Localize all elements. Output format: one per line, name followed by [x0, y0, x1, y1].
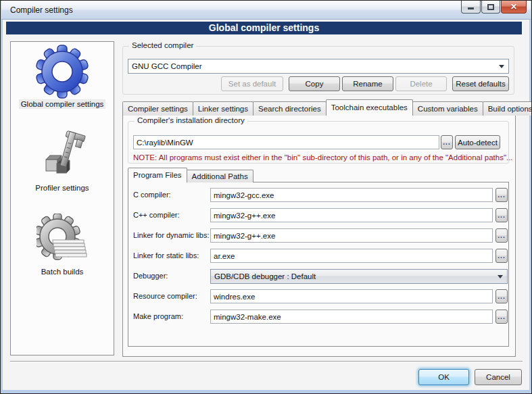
maximize-button[interactable]: [481, 1, 500, 14]
compiler-select[interactable]: GNU GCC Compiler: [128, 59, 509, 74]
dynamic-linker-input[interactable]: [210, 228, 493, 243]
minimize-button[interactable]: [461, 1, 481, 14]
resource-compiler-input[interactable]: [210, 289, 493, 303]
cpp-compiler-browse-button[interactable]: ...: [495, 208, 508, 222]
compiler-select-value: GNU GCC Compiler: [132, 62, 202, 70]
settings-tabbar: Compiler settings Linker settings Search…: [122, 99, 532, 116]
c-compiler-label: C compiler:: [133, 191, 171, 199]
make-program-browse-button[interactable]: ...: [495, 310, 508, 324]
sidebar-item-batch-builds[interactable]: [11, 214, 114, 265]
debugger-select-value: GDB/CDB debugger : Default: [214, 272, 316, 280]
compiler-settings-dialog: Compiler settings ✕ Global compiler sett…: [0, 0, 532, 394]
cpp-compiler-input[interactable]: [210, 208, 493, 222]
sidebar-item-profiler[interactable]: [11, 128, 114, 180]
c-compiler-input[interactable]: [210, 188, 493, 202]
minimize-icon: [468, 7, 474, 9]
subtab-additional-paths[interactable]: Additional Paths: [187, 170, 253, 182]
window-controls: ✕: [460, 1, 527, 14]
cpp-compiler-label: C++ compiler:: [133, 211, 179, 219]
sidebar-label-profiler[interactable]: Profiler settings: [11, 184, 114, 192]
cancel-button[interactable]: Cancel: [475, 369, 522, 385]
footer-divider: [10, 361, 523, 362]
tab-build-options[interactable]: Build options: [483, 101, 532, 116]
dynamic-linker-label: Linker for dynamic libs:: [133, 231, 210, 239]
compiler-actions: Set as default Copy Rename Delete Reset …: [122, 76, 509, 91]
gear-gray-papers-icon: [37, 214, 88, 265]
static-linker-browse-button[interactable]: ...: [495, 249, 508, 263]
tab-custom-variables[interactable]: Custom variables: [412, 101, 483, 116]
ok-button[interactable]: OK: [418, 369, 469, 385]
c-compiler-browse-button[interactable]: ...: [495, 188, 508, 202]
auto-detect-button[interactable]: Auto-detect: [455, 135, 500, 149]
set-as-default-button[interactable]: Set as default: [221, 76, 283, 91]
install-dir-note: NOTE: All programs must exist either in …: [133, 153, 513, 162]
tab-compiler-settings[interactable]: Compiler settings: [122, 101, 193, 116]
install-dir-group-label: Compiler's installation directory: [135, 116, 247, 124]
sidebar-item-global-compiler[interactable]: [11, 45, 114, 99]
static-linker-label: Linker for static libs:: [133, 251, 199, 260]
paths-subtabbar: Program Files Additional Paths: [128, 168, 253, 182]
title-bar[interactable]: Compiler settings ✕: [1, 1, 531, 20]
install-dir-input[interactable]: [133, 135, 439, 149]
resource-compiler-label: Resource compiler:: [133, 292, 197, 300]
chevron-down-icon: [499, 65, 504, 68]
rename-button[interactable]: Rename: [342, 76, 393, 91]
resource-compiler-browse-button[interactable]: ...: [495, 289, 508, 303]
sidebar-label-global-compiler[interactable]: Global compiler settings: [11, 100, 114, 108]
sidebar-label-batch-builds[interactable]: Batch builds: [11, 268, 114, 276]
tab-search-directories[interactable]: Search directories: [253, 101, 327, 116]
debugger-select[interactable]: GDB/CDB debugger : Default: [210, 269, 508, 284]
caliper-cubes-icon: [37, 128, 88, 180]
close-button[interactable]: ✕: [501, 1, 527, 14]
tab-linker-settings[interactable]: Linker settings: [193, 101, 253, 116]
make-program-label: Make program:: [133, 312, 183, 320]
window-title: Compiler settings: [10, 5, 73, 15]
reset-defaults-button[interactable]: Reset defaults: [452, 76, 509, 91]
settings-category-list: Global compiler settings: [10, 41, 114, 355]
selected-compiler-group-label: Selected compiler: [129, 41, 196, 49]
static-linker-input[interactable]: [210, 249, 493, 263]
gear-blue-icon: [35, 45, 89, 99]
page-title: Global compiler settings: [6, 22, 522, 34]
maximize-icon: [487, 4, 494, 10]
dynamic-linker-browse-button[interactable]: ...: [495, 228, 508, 243]
debugger-label: Debugger:: [133, 272, 168, 280]
tab-toolchain-executables[interactable]: Toolchain executables: [326, 99, 413, 116]
install-dir-browse-button[interactable]: ...: [441, 135, 453, 149]
copy-button[interactable]: Copy: [289, 76, 340, 91]
make-program-input[interactable]: [210, 310, 493, 324]
subtab-program-files[interactable]: Program Files: [128, 168, 187, 182]
delete-button[interactable]: Delete: [395, 76, 447, 91]
close-icon: ✕: [510, 1, 517, 13]
chevron-down-icon: [498, 275, 503, 278]
